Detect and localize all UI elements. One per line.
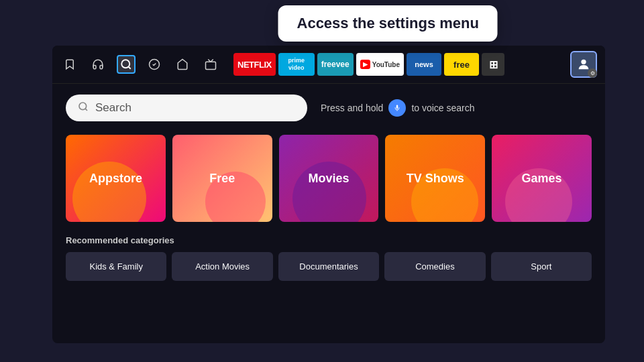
games-tile[interactable]: Games bbox=[492, 135, 592, 222]
bookmark-icon[interactable] bbox=[60, 55, 79, 74]
search-input-icon bbox=[78, 101, 89, 115]
svg-point-4 bbox=[581, 60, 586, 64]
free-tile[interactable]: Free bbox=[172, 135, 272, 222]
tvshows-label: TV Shows bbox=[407, 172, 464, 186]
tv-frame: NETFLIX primevideo freevee ▶ YouTube new… bbox=[52, 46, 605, 343]
voice-hint-text2: to voice search bbox=[411, 103, 474, 113]
svg-line-1 bbox=[128, 66, 130, 68]
netflix-badge[interactable]: NETFLIX bbox=[233, 53, 276, 76]
svg-line-6 bbox=[85, 109, 87, 111]
appstore-label: Appstore bbox=[89, 172, 142, 186]
voice-button[interactable] bbox=[388, 99, 406, 117]
recommended-title: Recommended categories bbox=[66, 235, 592, 245]
grid-badge[interactable]: ⊞ bbox=[482, 53, 504, 76]
headphone-icon[interactable] bbox=[89, 55, 107, 74]
movies-tile[interactable]: Movies bbox=[279, 135, 379, 222]
nav-icons bbox=[60, 55, 220, 74]
search-icon[interactable] bbox=[117, 55, 136, 74]
appstore-tile[interactable]: Appstore bbox=[66, 135, 166, 222]
comedies-btn[interactable]: Comedies bbox=[384, 252, 485, 281]
profile-button[interactable]: ⚙ bbox=[570, 51, 597, 78]
content-area: Search Press and hold to voice search Ap… bbox=[52, 84, 605, 292]
voice-hint-text: Press and hold bbox=[321, 103, 383, 113]
games-label: Games bbox=[522, 172, 562, 186]
categories-row: Kids & Family Action Movies Documentarie… bbox=[66, 252, 592, 281]
recommended-section: Recommended categories Kids & Family Act… bbox=[66, 235, 592, 281]
documentaries-btn[interactable]: Documentaries bbox=[278, 252, 379, 281]
tv-icon[interactable] bbox=[201, 55, 220, 74]
tooltip: Access the settings menu bbox=[278, 5, 498, 42]
free-label: Free bbox=[209, 172, 235, 186]
search-bar[interactable]: Search bbox=[66, 95, 307, 121]
svg-rect-3 bbox=[206, 62, 216, 69]
settings-badge: ⚙ bbox=[588, 68, 597, 78]
search-placeholder: Search bbox=[95, 101, 131, 115]
kids-family-btn[interactable]: Kids & Family bbox=[66, 252, 166, 281]
nav-bar: NETFLIX primevideo freevee ▶ YouTube new… bbox=[52, 46, 605, 84]
free-badge[interactable]: free bbox=[444, 53, 479, 76]
main-tiles: Appstore Free Movies TV Shows Games bbox=[66, 135, 592, 222]
movies-label: Movies bbox=[308, 172, 349, 186]
tvshows-tile[interactable]: TV Shows bbox=[385, 135, 485, 222]
voice-hint: Press and hold to voice search bbox=[321, 99, 475, 117]
svg-point-5 bbox=[79, 103, 87, 110]
action-movies-btn[interactable]: Action Movies bbox=[172, 252, 272, 281]
prime-badge[interactable]: primevideo bbox=[278, 53, 315, 76]
svg-point-0 bbox=[121, 60, 129, 68]
search-row: Search Press and hold to voice search bbox=[66, 95, 592, 121]
sport-btn[interactable]: Sport bbox=[491, 252, 592, 281]
service-badges: NETFLIX primevideo freevee ▶ YouTube new… bbox=[233, 53, 568, 76]
check-icon[interactable] bbox=[145, 55, 164, 74]
youtube-badge[interactable]: ▶ YouTube bbox=[356, 53, 404, 76]
home-icon[interactable] bbox=[173, 55, 192, 74]
news-badge[interactable]: news bbox=[407, 53, 441, 76]
freevee-badge[interactable]: freevee bbox=[317, 53, 354, 76]
